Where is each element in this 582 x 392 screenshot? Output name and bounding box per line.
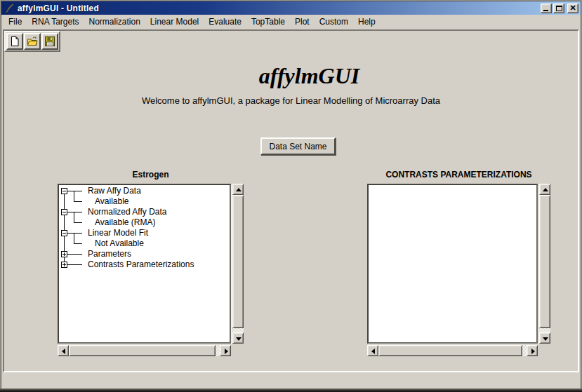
tree-item-status[interactable]: Not Available [95,238,144,249]
scroll-down-button[interactable] [539,332,550,344]
status-tree-listbox[interactable]: Raw Affy Data Available Normalized Affy … [58,184,231,344]
right-vertical-scrollbar[interactable] [539,184,550,344]
menu-evaluate[interactable]: Evaluate [204,15,246,28]
arrow-right-icon [531,349,535,354]
scroll-left-button[interactable] [367,345,378,356]
data-set-name-button[interactable]: Data Set Name [260,137,336,155]
arrow-left-icon [62,349,65,354]
right-horizontal-scrollbar[interactable] [367,345,538,356]
menu-custom[interactable]: Custom [315,15,353,28]
tree-item-status[interactable]: Available (RMA) [95,217,155,228]
arrow-right-icon [225,349,228,354]
title-bar[interactable]: affylmGUI - Untitled ✕ [1,1,581,15]
tree-connector [74,191,74,201]
tk-feather-icon [5,4,15,13]
minimize-icon [543,10,548,11]
scroll-down-button[interactable] [232,332,244,344]
arrow-down-icon [236,337,242,341]
arrow-left-icon [371,349,375,354]
save-floppy-icon [44,36,55,47]
tree-connector [67,254,82,255]
new-document-icon [9,36,20,47]
tree-expand-toggle[interactable] [61,230,67,236]
maximize-icon [556,6,562,11]
tree-connector [74,222,82,223]
tree-item[interactable]: Parameters [88,249,131,259]
tree-item[interactable]: Raw Affy Data [88,186,141,196]
menu-toptable[interactable]: TopTable [246,15,290,28]
content-frame: affylmGUI Welcome to affylmGUI, a packag… [3,29,579,372]
scrollbar-thumb[interactable] [539,195,550,328]
tree-connector [74,233,74,243]
new-file-button[interactable] [6,33,23,50]
app-subtitle: Welcome to affylmGUI, a package for Line… [4,95,578,106]
application-window: affylmGUI - Untitled ✕ File RNA Targets … [0,0,582,392]
tree-expand-toggle[interactable] [61,262,67,268]
open-folder-icon [27,36,38,47]
left-panel-label: Estrogen [58,170,244,180]
scroll-right-button[interactable] [527,345,538,356]
tree-connector [74,201,82,202]
tree-connector [67,233,82,234]
menu-help[interactable]: Help [353,15,381,28]
tree-connector [74,212,74,222]
left-vertical-scrollbar[interactable] [232,184,244,344]
scrollbar-thumb[interactable] [69,345,216,356]
window-title: affylmGUI - Untitled [18,4,541,13]
app-heading: affylmGUI [22,63,582,89]
menu-linear-model[interactable]: Linear Model [145,15,204,28]
scroll-up-button[interactable] [539,184,550,195]
save-file-button[interactable] [41,33,58,50]
arrow-down-icon [543,337,548,341]
tree-item-status[interactable]: Available [95,196,128,207]
close-button[interactable]: ✕ [567,4,578,13]
open-file-button[interactable] [24,33,41,50]
menu-bar: File RNA Targets Normalization Linear Mo… [2,15,580,29]
scrollbar-thumb[interactable] [232,195,244,328]
window-bottom-edge [0,388,582,392]
status-tree: Raw Affy Data Available Normalized Affy … [59,185,230,342]
maximize-button[interactable] [553,4,564,13]
left-horizontal-scrollbar[interactable] [58,345,231,356]
menu-file[interactable]: File [4,15,27,28]
menu-plot[interactable]: Plot [290,15,315,28]
toolbar [4,31,60,52]
scroll-left-button[interactable] [58,345,69,356]
close-icon: ✕ [568,4,578,13]
arrow-up-icon [543,188,548,191]
scrollbar-thumb[interactable] [378,345,522,356]
tree-item[interactable]: Contrasts Parameterizations [88,259,194,270]
tree-connector [67,191,82,191]
tree-connector [67,212,82,212]
tree-expand-toggle[interactable] [61,251,67,257]
tree-connector [74,243,82,244]
right-panel-label: CONTRASTS PARAMETERIZATIONS [367,170,550,180]
tree-connector [67,264,82,265]
tree-item[interactable]: Normalized Affy Data [88,207,167,217]
tree-expand-toggle[interactable] [61,188,67,194]
tree-item[interactable]: Linear Model Fit [88,228,148,238]
arrow-up-icon [236,188,242,191]
minimize-button[interactable] [541,4,552,13]
tree-expand-toggle[interactable] [61,209,67,215]
menu-rna-targets[interactable]: RNA Targets [27,15,84,28]
scroll-up-button[interactable] [232,184,244,195]
contrasts-listbox[interactable] [367,184,538,344]
menu-normalization[interactable]: Normalization [84,15,145,28]
scroll-right-button[interactable] [220,345,231,356]
